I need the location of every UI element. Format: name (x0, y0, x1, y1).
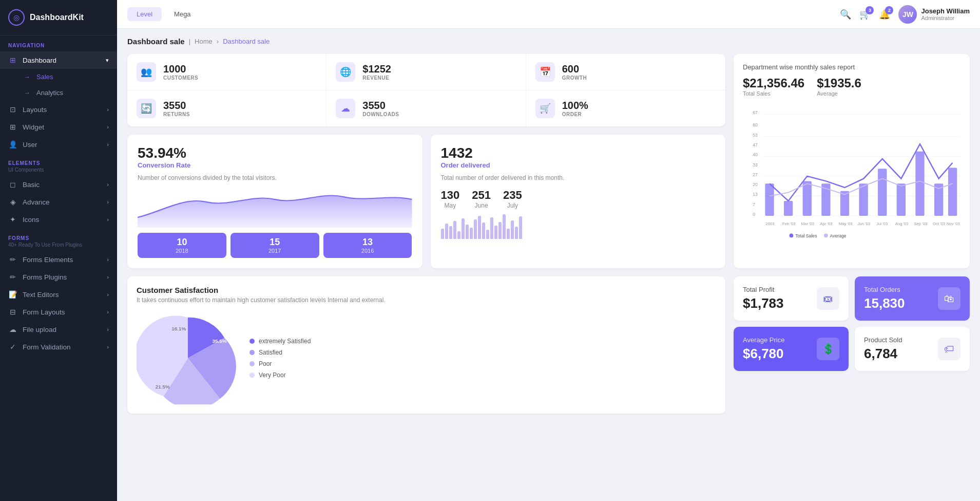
legend-label-3: Very Poor (259, 372, 286, 379)
chevron-right-icon: › (107, 124, 109, 130)
sidebar-item-form-layouts[interactable]: ⊟ Form Layouts › (0, 303, 117, 321)
tab-mega[interactable]: Mega (165, 7, 200, 21)
text-editor-icon: 📝 (8, 290, 17, 299)
sidebar-item-dashboard[interactable]: ⊞ Dashboard ▾ (0, 51, 117, 69)
chevron-right-icon: › (107, 199, 109, 205)
svg-text:21.5%: 21.5% (156, 384, 170, 389)
sidebar-item-advance[interactable]: ◈ Advance › (0, 193, 117, 211)
date-boxes: 10 2018 15 2017 13 2016 (138, 233, 412, 258)
chevron-right-icon: › (107, 344, 109, 350)
tab-level[interactable]: Level (127, 7, 162, 21)
chevron-right-icon: › (107, 106, 109, 113)
orders-label: Total Orders (864, 286, 905, 293)
stats-grid: 👥 1000 CUSTOMERS 🌐 $1252 REVENUE (127, 54, 725, 126)
layout-form-icon: ⊟ (8, 308, 17, 316)
bell-icon[interactable]: 🔔 2 (879, 9, 890, 20)
stat-returns: 🔄 3550 RETURNS (127, 90, 326, 126)
cart-icon[interactable]: 🛒 3 (859, 9, 871, 20)
order-months: 130 May 251 June 235 July (441, 189, 716, 209)
stat-revenue: 🌐 $1252 REVENUE (326, 54, 526, 90)
sidebar-item-file-upload[interactable]: ☁ File upload › (0, 321, 117, 338)
svg-text:Oct '03: Oct '03 (933, 221, 945, 226)
bar-16 (507, 229, 510, 239)
sidebar-item-forms-elements[interactable]: ✏ Forms Elements › (0, 251, 117, 268)
sidebar-sub-item-analytics[interactable]: → Analytics (0, 85, 117, 101)
user-avatar-area[interactable]: JW Joseph William Administrator (898, 5, 970, 24)
sidebar-item-layouts[interactable]: ⊡ Layouts › (0, 101, 117, 118)
elements-section-label: ELEMENTS (0, 153, 117, 167)
stat-customers: 👥 1000 CUSTOMERS (127, 54, 326, 90)
stat-label-downloads: DOWNLOADS (362, 112, 399, 117)
breadcrumb-home[interactable]: Home (195, 38, 213, 45)
svg-text:May '03: May '03 (839, 221, 853, 226)
forms-sub-label: 40+ Ready To Use From Plugins (0, 242, 117, 251)
date-box-num-2: 13 (332, 237, 404, 248)
product-sold-card: Product Sold 6,784 🏷 (855, 327, 970, 371)
nav-section-label: NAVIGATION (0, 35, 117, 51)
order-delivered-num: 1432 (441, 145, 716, 161)
user-icon: 👤 (8, 140, 17, 149)
arrow-right-icon: → (24, 89, 30, 97)
legend-dot-3 (249, 373, 255, 378)
search-icon[interactable]: 🔍 (840, 9, 851, 20)
stat-num-downloads: 3550 (362, 100, 399, 112)
stat-num-customers: 1000 (163, 63, 198, 75)
growth-icon: 📅 (535, 62, 555, 82)
basic-icon: ◻ (8, 180, 17, 189)
svg-text:Feb '03: Feb '03 (782, 221, 795, 226)
bar-19 (519, 216, 522, 239)
bar-11 (486, 230, 489, 239)
chevron-right-icon: › (107, 291, 109, 298)
sidebar-item-text-editors[interactable]: 📝 Text Editors › (0, 286, 117, 303)
chevron-right-icon: › (107, 141, 109, 147)
profit-label: Total Profit (743, 286, 784, 293)
sidebar-item-user[interactable]: 👤 User › (0, 136, 117, 153)
sidebar-item-widget[interactable]: ⊞ Widget › (0, 118, 117, 136)
bar-1 (445, 224, 448, 239)
bar-12 (490, 217, 493, 239)
logo-icon: ◎ (8, 9, 25, 26)
chevron-right-icon: › (107, 309, 109, 315)
sidebar-sub-item-sales[interactable]: → Sales (0, 69, 117, 85)
sidebar-item-label: Form Layouts (23, 308, 65, 316)
svg-rect-23 (878, 169, 887, 216)
pie-row: 35.5% 21.5% 16.1% extremely Satisfied Sa… (137, 312, 716, 404)
forms-section-label: FORMS (0, 228, 117, 242)
stat-growth: 📅 600 GROWTH (526, 54, 725, 90)
legend-label-1: Satisfied (259, 349, 282, 356)
bar-13 (494, 226, 497, 239)
sidebar-item-icons[interactable]: ✦ Icons › (0, 211, 117, 228)
stats-card: 👥 1000 CUSTOMERS 🌐 $1252 REVENUE (127, 54, 725, 126)
sidebar-item-basic[interactable]: ◻ Basic › (0, 176, 117, 193)
product-val: 6,784 (864, 346, 902, 362)
user-role: Administrator (921, 15, 970, 21)
sales-totals: $21,356.46 Total Sales $1935.6 Average (743, 76, 960, 97)
bar-8 (474, 219, 477, 239)
sidebar-logo[interactable]: ◎ DashboardKit (0, 0, 117, 35)
bar-17 (511, 220, 514, 239)
breadcrumb-arrow: › (217, 38, 219, 45)
chevron-down-icon: ▾ (106, 57, 109, 64)
svg-text:13: 13 (753, 192, 758, 197)
conversion-pct: 53.94% (138, 145, 412, 161)
chevron-right-icon: › (107, 326, 109, 332)
svg-text:Mar '03: Mar '03 (801, 221, 814, 226)
svg-text:20: 20 (753, 182, 758, 187)
sidebar-item-form-validation[interactable]: ✓ Form Validation › (0, 338, 117, 356)
svg-text:35.5%: 35.5% (212, 338, 226, 344)
sales-report-card: Department wise monthly sales report $21… (734, 54, 970, 268)
date-box-num-1: 15 (239, 237, 311, 248)
avatar: JW (898, 5, 917, 24)
sidebar-item-label: Basic (23, 181, 40, 189)
elements-sub-label: UI Components (0, 167, 117, 176)
avg-icon: 💲 (817, 338, 839, 360)
svg-rect-18 (784, 201, 793, 216)
sidebar-item-label: Forms Elements (23, 256, 73, 264)
sidebar: ◎ DashboardKit NAVIGATION ⊞ Dashboard ▾ … (0, 0, 117, 501)
sidebar-item-label: Widget (23, 123, 44, 131)
user-name: Joseph William (921, 7, 970, 15)
sidebar-item-forms-plugins[interactable]: ✏ Forms Plugins › (0, 268, 117, 286)
bar-3 (453, 221, 456, 239)
svg-rect-17 (765, 183, 774, 216)
date-box-year-2: 2016 (332, 248, 404, 254)
